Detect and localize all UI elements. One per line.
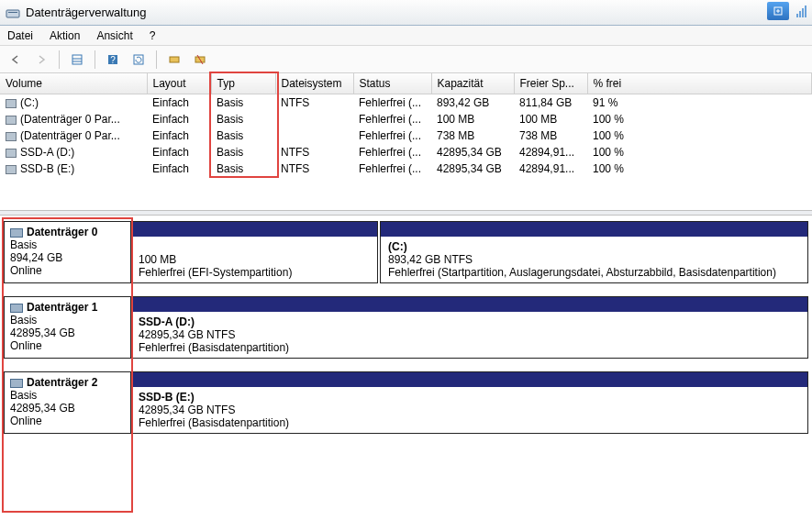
col-capacity[interactable]: Kapazität — [431, 73, 514, 94]
partition-bar — [131, 297, 807, 312]
toolbar: ? — [0, 46, 812, 73]
volume-table[interactable]: Volume Layout Typ Dateisystem Status Kap… — [0, 73, 812, 177]
window-title: Datenträgerverwaltung — [26, 6, 147, 19]
disk-partition[interactable]: (C:)893,42 GB NTFSFehlerfrei (Startparti… — [380, 221, 808, 283]
unknown-sys-button[interactable] — [767, 2, 789, 20]
disk-icon — [10, 228, 23, 238]
disk-icon — [10, 304, 23, 313]
disk-row: Datenträger 1Basis42895,34 GBOnlineSSD-A… — [4, 296, 808, 359]
volume-icon — [6, 99, 17, 108]
partition-bar — [131, 372, 807, 387]
forward-button[interactable] — [31, 50, 51, 70]
menu-action[interactable]: Aktion — [50, 29, 80, 42]
disk-layout-panel: Datenträger 0Basis894,24 GBOnline 100 MB… — [0, 216, 812, 456]
disk-partition[interactable]: SSD-A (D:)42895,34 GB NTFSFehlerfrei (Ba… — [130, 296, 808, 359]
menu-view[interactable]: Ansicht — [96, 29, 132, 42]
help-button[interactable]: ? — [103, 50, 123, 70]
disk-partition[interactable]: SSD-B (E:)42895,34 GB NTFSFehlerfrei (Ba… — [130, 371, 808, 434]
toolbar-separator — [156, 50, 157, 69]
action1-button[interactable] — [164, 50, 184, 70]
svg-rect-11 — [170, 57, 179, 62]
svg-rect-5 — [72, 55, 82, 64]
table-row[interactable]: SSD-A (D:)EinfachBasisNTFSFehlerfrei (..… — [0, 144, 812, 160]
toolbar-separator — [95, 50, 95, 69]
volume-list-panel: Volume Layout Typ Dateisystem Status Kap… — [0, 73, 812, 210]
col-free[interactable]: Freier Sp... — [514, 73, 587, 94]
col-filesystem[interactable]: Dateisystem — [275, 73, 353, 94]
disk-meta[interactable]: Datenträger 1Basis42895,34 GBOnline — [4, 296, 130, 359]
menu-file[interactable]: Datei — [7, 29, 33, 42]
svg-rect-1 — [8, 12, 17, 13]
volume-icon — [6, 165, 17, 174]
table-row[interactable]: (Datenträger 0 Par...EinfachBasisFehlerf… — [0, 127, 812, 144]
svg-rect-0 — [6, 10, 19, 17]
col-status[interactable]: Status — [353, 73, 431, 94]
table-row[interactable]: SSD-B (E:)EinfachBasisNTFSFehlerfrei (..… — [0, 160, 812, 177]
volume-icon — [6, 116, 17, 125]
col-volume[interactable]: Volume — [0, 73, 147, 94]
title-bar: Datenträgerverwaltung — [0, 0, 812, 26]
signal-icon — [796, 6, 806, 17]
menu-help[interactable]: ? — [150, 29, 156, 42]
disk-meta[interactable]: Datenträger 2Basis42895,34 GBOnline — [4, 371, 130, 434]
table-row[interactable]: (C:)EinfachBasisNTFSFehlerfrei (...893,4… — [0, 94, 812, 112]
menu-bar: Datei Aktion Ansicht ? — [0, 26, 812, 46]
col-layout[interactable]: Layout — [147, 73, 211, 94]
disk-partition[interactable]: 100 MBFehlerfrei (EFI-Systempartition) — [130, 221, 378, 283]
app-icon — [6, 6, 20, 20]
table-row[interactable]: (Datenträger 0 Par...EinfachBasisFehlerf… — [0, 111, 812, 127]
partition-bar — [131, 222, 377, 237]
disk-icon — [10, 379, 23, 388]
toolbar-separator — [59, 50, 60, 69]
table-header-row: Volume Layout Typ Dateisystem Status Kap… — [0, 73, 812, 94]
col-percent[interactable]: % frei — [587, 73, 812, 94]
action2-button[interactable] — [190, 50, 210, 70]
svg-text:?: ? — [110, 55, 116, 65]
refresh-button[interactable] — [128, 50, 149, 70]
partition-bar — [381, 222, 807, 237]
disk-row: Datenträger 0Basis894,24 GBOnline 100 MB… — [4, 221, 808, 283]
volume-icon — [6, 132, 17, 141]
disk-meta[interactable]: Datenträger 0Basis894,24 GBOnline — [4, 221, 130, 283]
volume-icon — [6, 149, 17, 158]
col-type[interactable]: Typ — [211, 73, 275, 94]
view-list-button[interactable] — [67, 50, 87, 70]
back-button[interactable] — [6, 50, 26, 70]
disk-row: Datenträger 2Basis42895,34 GBOnlineSSD-B… — [4, 371, 808, 434]
